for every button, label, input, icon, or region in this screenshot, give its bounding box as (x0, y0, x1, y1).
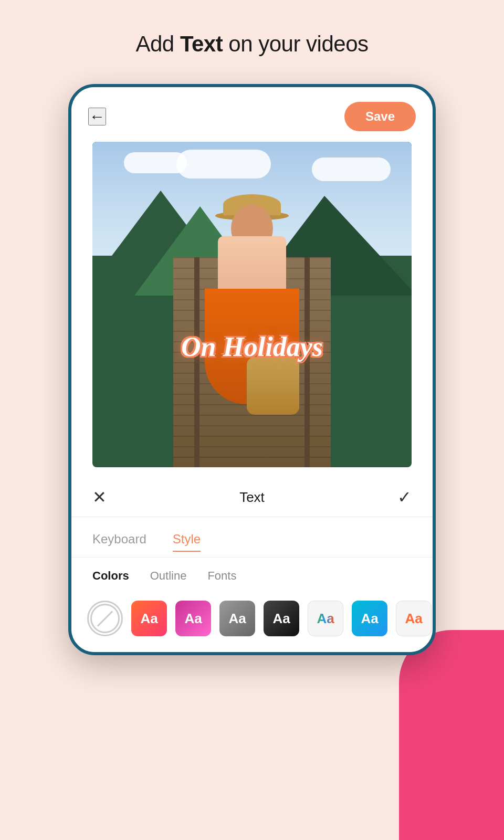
phone-body: ← Save (68, 84, 436, 655)
slash-line (97, 611, 113, 626)
close-icon[interactable]: ✕ (92, 487, 107, 507)
swatch-6-label: Aa (361, 611, 378, 627)
swatch-2-label: Aa (184, 611, 202, 627)
page-title: Add Text on your videos (0, 0, 504, 78)
swatch-4-label: Aa (272, 611, 290, 627)
sub-tabs: Colors Outline Fonts (71, 558, 433, 590)
title-suffix: on your videos (223, 32, 368, 56)
phone-header: ← Save (71, 87, 433, 142)
title-bold: Text (180, 32, 223, 56)
phone-mockup: ← Save (68, 84, 436, 655)
swatch-7-label: Aa (405, 611, 422, 627)
bottom-panel: ✕ Text ✓ Keyboard Style Colors Outline F… (71, 467, 433, 652)
toolbar-title: Text (239, 489, 265, 506)
cloud-3 (312, 158, 391, 181)
swatch-1[interactable]: Aa (131, 601, 167, 636)
deco-shape (399, 630, 504, 840)
tab-keyboard[interactable]: Keyboard (92, 528, 146, 552)
bag (247, 357, 299, 415)
cloud-2 (176, 150, 271, 178)
swatch-2[interactable]: Aa (175, 601, 211, 636)
subtab-colors[interactable]: Colors (92, 567, 129, 585)
save-button[interactable]: Save (344, 102, 416, 131)
mode-tabs: Keyboard Style (71, 517, 433, 558)
text-toolbar: ✕ Text ✓ (71, 478, 433, 517)
subtab-fonts[interactable]: Fonts (207, 567, 236, 585)
swatch-4[interactable]: Aa (264, 601, 299, 636)
swatch-5-label: Aa (317, 611, 334, 627)
overlay-text[interactable]: On Holidays (181, 331, 323, 362)
check-icon[interactable]: ✓ (397, 487, 412, 507)
video-container: On Holidays (71, 142, 433, 467)
swatch-6[interactable]: Aa (352, 601, 387, 636)
swatch-5[interactable]: Aa (308, 601, 343, 636)
photo-background: On Holidays (92, 142, 412, 467)
title-prefix: Add (136, 32, 180, 56)
swatch-7[interactable]: Aa (396, 601, 432, 636)
swatch-3[interactable]: Aa (219, 601, 255, 636)
video-area[interactable]: On Holidays (92, 142, 412, 467)
swatch-none[interactable] (87, 601, 123, 636)
back-button[interactable]: ← (88, 108, 106, 125)
swatch-1-label: Aa (140, 611, 158, 627)
swatches-row: Aa Aa Aa Aa Aa (71, 590, 433, 647)
no-color-icon (90, 604, 120, 633)
swatch-3-label: Aa (228, 611, 246, 627)
subtab-outline[interactable]: Outline (150, 567, 187, 585)
tab-style[interactable]: Style (173, 528, 201, 552)
